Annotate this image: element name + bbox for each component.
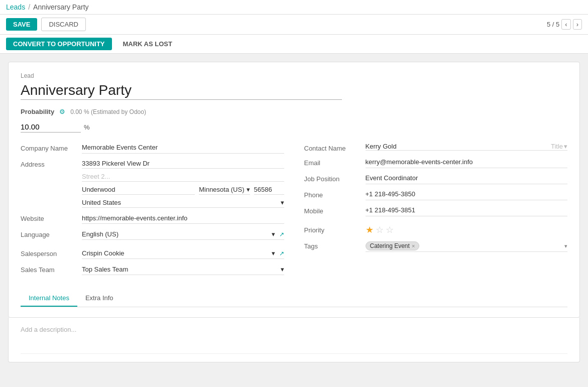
tabs-bar: Internal Notes Extra Info [21, 290, 567, 307]
address-state[interactable]: Minnesota (US) ▾ [199, 185, 250, 195]
salesperson-label: Salesperson [21, 248, 76, 257]
priority-row: Priority ★ ☆ ☆ [304, 224, 568, 235]
contact-name-value[interactable]: Kerry Gold [366, 143, 547, 150]
phone-label: Phone [304, 189, 360, 199]
title-field[interactable]: Title ▾ [551, 143, 567, 150]
probability-estimate: 0.00 % (Estimated by Odoo) [70, 108, 146, 115]
company-name-row: Company Name Memorable Events Center [21, 143, 284, 154]
job-position-row: Job Position Event Coordinator [304, 173, 568, 184]
mobile-label: Mobile [304, 205, 360, 215]
mark-as-lost-button[interactable]: MARK AS LOST [116, 38, 179, 50]
discard-button[interactable]: DISCARD [41, 18, 86, 31]
probability-input[interactable]: 10.00 [21, 121, 81, 133]
title-dropdown-arrow: ▾ [564, 143, 567, 150]
address-country[interactable]: United States ▾ [82, 198, 284, 208]
notes-placeholder[interactable]: Add a description... [21, 326, 567, 333]
email-row: Email kerry@memorable-events-center.info [304, 157, 568, 168]
breadcrumb: Leads / Anniversary Party [6, 3, 89, 11]
mobile-row: Mobile +1 218-495-3851 [304, 205, 568, 216]
contact-name-container: Kerry Gold Title ▾ [366, 143, 568, 151]
country-dropdown-arrow: ▾ [281, 199, 284, 206]
phone-value[interactable]: +1 218-495-3850 [366, 189, 568, 200]
tag-close-icon[interactable]: × [412, 243, 415, 249]
salesperson-external-link-icon[interactable]: ↗ [279, 250, 284, 257]
form-card: Lead Anniversary Party Probability ⚙ 0.0… [8, 62, 580, 318]
language-external-link-icon[interactable]: ↗ [279, 231, 284, 238]
lead-label: Lead [21, 72, 567, 79]
address-city-row: Underwood Minnesota (US) ▾ 56586 [82, 185, 284, 195]
form-columns: Company Name Memorable Events Center Add… [21, 143, 567, 280]
email-value[interactable]: kerry@memorable-events-center.info [366, 157, 568, 168]
salesperson-section: Salesperson Crispin Cookie ▾ ↗ Sales Tea… [21, 248, 284, 275]
salesperson-dropdown-arrow: ▾ [272, 249, 275, 257]
tags-dropdown-arrow: ▾ [564, 243, 567, 249]
breadcrumb-leads-link[interactable]: Leads [6, 3, 25, 11]
sales-team-value[interactable]: Top Sales Team ▾ [82, 264, 284, 275]
address-label: Address [21, 159, 76, 168]
contact-name-label: Contact Name [304, 143, 360, 152]
sales-team-row: Sales Team Top Sales Team ▾ [21, 264, 284, 275]
website-row: Website https://memorable-events.center.… [21, 213, 284, 224]
form-left: Company Name Memorable Events Center Add… [21, 143, 284, 280]
nav-info: 5 / 5 ‹ › [547, 19, 582, 30]
star-1[interactable]: ★ [366, 224, 374, 235]
probability-value-row: 10.00 % [21, 121, 567, 133]
address-city[interactable]: Underwood [82, 185, 195, 195]
star-3[interactable]: ☆ [386, 224, 394, 235]
nav-position: 5 / 5 [547, 21, 559, 28]
nav-prev-button[interactable]: ‹ [561, 19, 570, 30]
sales-team-label: Sales Team [21, 264, 76, 274]
website-value-container: https://memorable-events.center.info [82, 213, 284, 224]
probability-label: Probability [21, 108, 54, 115]
breadcrumb-current: Anniversary Party [33, 3, 88, 11]
company-name-label: Company Name [21, 143, 76, 152]
tab-extra-info[interactable]: Extra Info [77, 290, 122, 307]
salesperson-row: Salesperson Crispin Cookie ▾ ↗ [21, 248, 284, 259]
website-label: Website [21, 213, 76, 222]
tags-row: Tags Catering Event × ▾ [304, 240, 568, 252]
language-label: Language [21, 229, 76, 238]
state-dropdown-arrow: ▾ [247, 186, 250, 193]
catering-event-tag[interactable]: Catering Event × [366, 241, 420, 250]
address-line1[interactable]: 33893 Pickerel View Dr [82, 159, 284, 169]
priority-label: Priority [304, 224, 360, 234]
mobile-value[interactable]: +1 218-495-3851 [366, 205, 568, 216]
tags-label: Tags [304, 240, 360, 250]
sales-team-dropdown-arrow: ▾ [281, 266, 284, 273]
email-label: Email [304, 157, 360, 167]
address-line2[interactable]: Street 2... [82, 172, 284, 182]
nav-next-button[interactable]: › [573, 19, 582, 30]
address-row: Address 33893 Pickerel View Dr Street 2.… [21, 159, 284, 208]
tags-container[interactable]: Catering Event × ▾ [366, 240, 568, 252]
lead-title-input[interactable]: Anniversary Party [21, 81, 342, 100]
phone-row: Phone +1 218-495-3850 [304, 189, 568, 200]
tag-label: Catering Event [370, 242, 410, 249]
contact-name-row: Contact Name Kerry Gold Title ▾ [304, 143, 568, 152]
job-position-value[interactable]: Event Coordinator [366, 173, 568, 184]
convert-to-opportunity-button[interactable]: CONVERT TO OPPORTUNITY [6, 38, 112, 50]
notes-area: Add a description... [8, 318, 580, 362]
language-row: Language English (US) ▾ ↗ [21, 229, 284, 240]
job-position-label: Job Position [304, 173, 360, 183]
address-zip[interactable]: 56586 [254, 185, 284, 195]
language-value[interactable]: English (US) ▾ ↗ [82, 229, 284, 240]
salesperson-value[interactable]: Crispin Cookie ▾ ↗ [82, 248, 284, 259]
gear-icon[interactable]: ⚙ [59, 108, 65, 115]
probability-row: Probability ⚙ 0.00 % (Estimated by Odoo) [21, 108, 567, 115]
language-dropdown-arrow: ▾ [272, 230, 275, 238]
action-bar: CONVERT TO OPPORTUNITY MARK AS LOST [0, 35, 588, 54]
star-2[interactable]: ☆ [376, 224, 384, 235]
breadcrumb-bar: Leads / Anniversary Party [0, 0, 588, 15]
main-content: Lead Anniversary Party Probability ⚙ 0.0… [0, 54, 588, 370]
priority-stars: ★ ☆ ☆ [366, 224, 394, 235]
toolbar: SAVE DISCARD 5 / 5 ‹ › [0, 15, 588, 35]
priority-tags-section: Priority ★ ☆ ☆ Tags Catering Event × [304, 224, 568, 252]
website-value[interactable]: https://memorable-events.center.info [82, 214, 187, 222]
tab-internal-notes[interactable]: Internal Notes [21, 290, 77, 307]
company-name-value[interactable]: Memorable Events Center [82, 143, 284, 154]
probability-pct: % [84, 123, 90, 131]
notes-divider [21, 353, 567, 354]
save-button[interactable]: SAVE [6, 18, 37, 31]
breadcrumb-separator: / [28, 3, 30, 11]
address-group: 33893 Pickerel View Dr Street 2... Under… [82, 159, 284, 208]
